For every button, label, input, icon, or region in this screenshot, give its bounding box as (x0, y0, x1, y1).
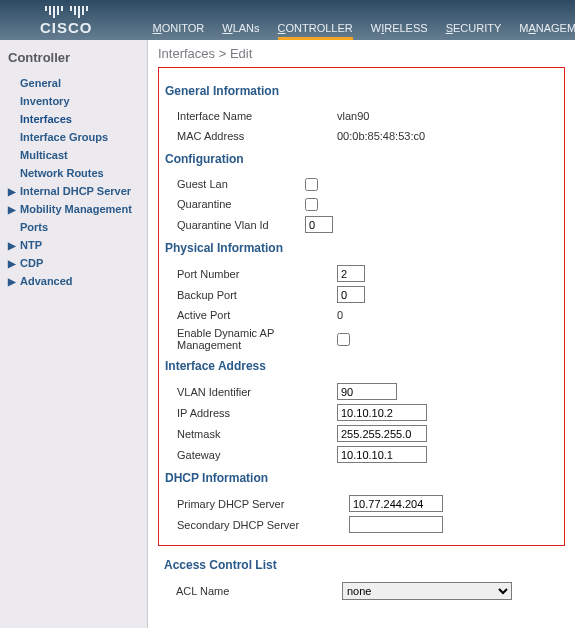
nav-wlans[interactable]: WLANs (222, 22, 259, 34)
caret-icon: ▶ (8, 204, 20, 215)
value-interface-name: vlan90 (337, 110, 369, 122)
secondary-dhcp-input[interactable] (349, 516, 443, 533)
sidebar-item-interface-groups[interactable]: Interface Groups (6, 129, 141, 145)
sidebar-item-interfaces[interactable]: Interfaces (6, 111, 141, 127)
ip-address-input[interactable] (337, 404, 427, 421)
row-active-port: Active Port 0 (165, 305, 552, 325)
label-quarantine: Quarantine (177, 198, 305, 210)
port-number-input[interactable] (337, 265, 365, 282)
nav-wireless[interactable]: WIRELESS (371, 22, 428, 34)
label-netmask: Netmask (177, 428, 337, 440)
content: Interfaces > Edit General Information In… (148, 40, 575, 628)
row-dynamic-ap: Enable Dynamic AP Management (165, 325, 552, 353)
nav-controller[interactable]: CONTROLLER (278, 22, 353, 34)
main: Controller General Inventory Interfaces … (0, 40, 575, 628)
cisco-logo-icon (45, 6, 88, 18)
sidebar-item-mobility[interactable]: ▶Mobility Management (6, 201, 141, 217)
sidebar-item-inventory[interactable]: Inventory (6, 93, 141, 109)
sidebar-item-general[interactable]: General (6, 75, 141, 91)
row-acl-name: ACL Name none (164, 580, 565, 602)
sidebar-title: Controller (6, 50, 141, 65)
section-interface-address: Interface Address (165, 359, 552, 373)
label-guest-lan: Guest Lan (177, 178, 305, 190)
value-active-port: 0 (337, 309, 343, 321)
header: CISCO MONITOR WLANs CONTROLLER WIRELESS … (0, 0, 575, 40)
label-active-port: Active Port (177, 309, 337, 321)
caret-icon: ▶ (8, 258, 20, 269)
vlan-id-input[interactable] (337, 383, 397, 400)
row-backup-port: Backup Port (165, 284, 552, 305)
acl-name-select[interactable]: none (342, 582, 512, 600)
sidebar-item-advanced[interactable]: ▶Advanced (6, 273, 141, 289)
nav-security[interactable]: SECURITY (446, 22, 502, 34)
row-quarantine-vlan: Quarantine Vlan Id (165, 214, 552, 235)
primary-dhcp-input[interactable] (349, 495, 443, 512)
row-netmask: Netmask (165, 423, 552, 444)
sidebar: Controller General Inventory Interfaces … (0, 40, 148, 628)
caret-icon: ▶ (8, 240, 20, 251)
label-mac-address: MAC Address (177, 130, 337, 142)
acl-section: Access Control List ACL Name none (158, 546, 565, 602)
sidebar-item-multicast[interactable]: Multicast (6, 147, 141, 163)
gateway-input[interactable] (337, 446, 427, 463)
row-secondary-dhcp: Secondary DHCP Server (165, 514, 552, 535)
sidebar-item-cdp[interactable]: ▶CDP (6, 255, 141, 271)
guest-lan-checkbox[interactable] (305, 178, 318, 191)
label-ip-address: IP Address (177, 407, 337, 419)
row-mac-address: MAC Address 00:0b:85:48:53:c0 (165, 126, 552, 146)
row-vlan-id: VLAN Identifier (165, 381, 552, 402)
label-gateway: Gateway (177, 449, 337, 461)
label-quarantine-vlan: Quarantine Vlan Id (177, 219, 305, 231)
sidebar-item-internal-dhcp[interactable]: ▶Internal DHCP Server (6, 183, 141, 199)
cisco-logo: CISCO (40, 6, 93, 36)
section-dhcp: DHCP Information (165, 471, 552, 485)
caret-icon: ▶ (8, 276, 20, 287)
sidebar-item-ntp[interactable]: ▶NTP (6, 237, 141, 253)
nav-monitor[interactable]: MONITOR (153, 22, 205, 34)
dynamic-ap-checkbox[interactable] (337, 333, 350, 346)
row-interface-name: Interface Name vlan90 (165, 106, 552, 126)
netmask-input[interactable] (337, 425, 427, 442)
row-primary-dhcp: Primary DHCP Server (165, 493, 552, 514)
label-primary-dhcp: Primary DHCP Server (177, 498, 349, 510)
edit-form: General Information Interface Name vlan9… (158, 67, 565, 546)
label-dynamic-ap: Enable Dynamic AP Management (177, 327, 337, 351)
row-guest-lan: Guest Lan (165, 174, 552, 194)
row-gateway: Gateway (165, 444, 552, 465)
row-port-number: Port Number (165, 263, 552, 284)
sidebar-item-network-routes[interactable]: Network Routes (6, 165, 141, 181)
section-physical: Physical Information (165, 241, 552, 255)
label-port-number: Port Number (177, 268, 337, 280)
value-mac-address: 00:0b:85:48:53:c0 (337, 130, 425, 142)
sidebar-item-ports[interactable]: Ports (6, 219, 141, 235)
caret-icon: ▶ (8, 186, 20, 197)
nav-management[interactable]: MANAGEMENT (519, 22, 575, 34)
section-acl: Access Control List (164, 558, 565, 572)
label-secondary-dhcp: Secondary DHCP Server (177, 519, 349, 531)
breadcrumb: Interfaces > Edit (158, 46, 565, 61)
label-interface-name: Interface Name (177, 110, 337, 122)
row-ip-address: IP Address (165, 402, 552, 423)
label-vlan-id: VLAN Identifier (177, 386, 337, 398)
backup-port-input[interactable] (337, 286, 365, 303)
cisco-logo-text: CISCO (40, 19, 93, 36)
quarantine-vlan-input[interactable] (305, 216, 333, 233)
row-quarantine: Quarantine (165, 194, 552, 214)
label-acl-name: ACL Name (176, 585, 342, 597)
section-general-info: General Information (165, 84, 552, 98)
quarantine-checkbox[interactable] (305, 198, 318, 211)
label-backup-port: Backup Port (177, 289, 337, 301)
top-nav: MONITOR WLANs CONTROLLER WIRELESS SECURI… (153, 22, 575, 40)
section-configuration: Configuration (165, 152, 552, 166)
